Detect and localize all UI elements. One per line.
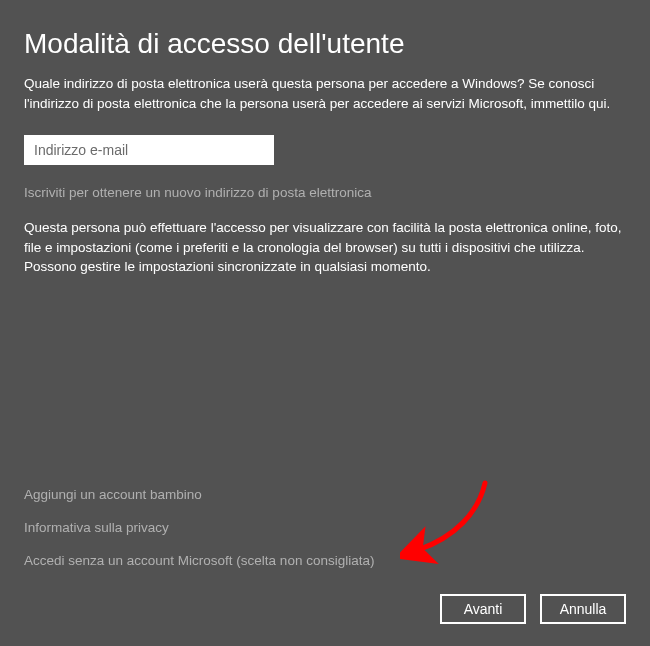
spacer xyxy=(24,277,626,487)
intro-text: Quale indirizzo di posta elettronica use… xyxy=(24,74,624,113)
privacy-link[interactable]: Informativa sulla privacy xyxy=(24,520,626,535)
page-title: Modalità di accesso dell'utente xyxy=(24,28,626,60)
email-input[interactable] xyxy=(24,135,274,165)
signup-new-email-link[interactable]: Iscriviti per ottenere un nuovo indirizz… xyxy=(24,185,626,200)
footer-buttons: Avanti Annulla xyxy=(24,594,626,624)
add-child-account-link[interactable]: Aggiungi un account bambino xyxy=(24,487,626,502)
next-button[interactable]: Avanti xyxy=(440,594,526,624)
cancel-button[interactable]: Annulla xyxy=(540,594,626,624)
description-text: Questa persona può effettuare l'accesso … xyxy=(24,218,626,277)
no-ms-account-link[interactable]: Accedi senza un account Microsoft (scelt… xyxy=(24,553,626,568)
user-access-panel: Modalità di accesso dell'utente Quale in… xyxy=(4,4,646,642)
bottom-links: Aggiungi un account bambino Informativa … xyxy=(24,487,626,586)
